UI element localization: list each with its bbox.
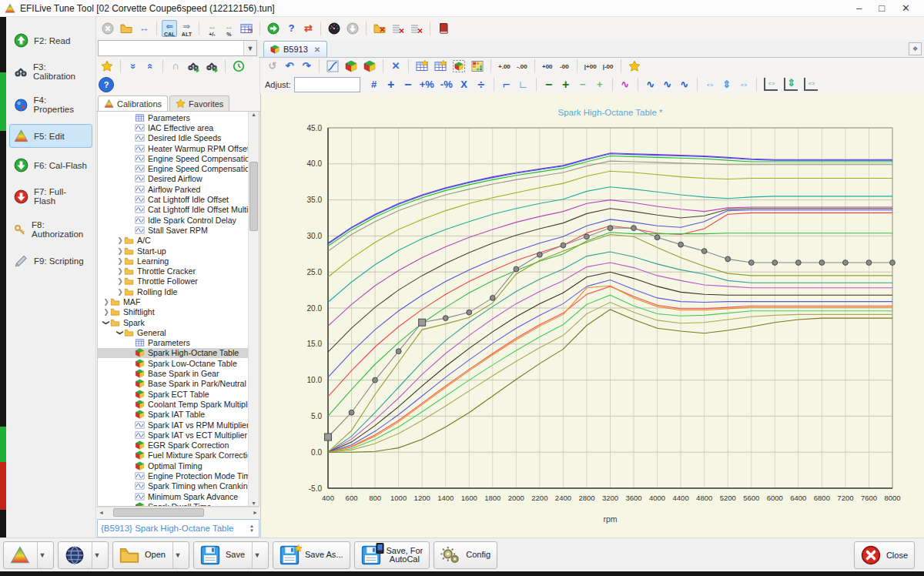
insert-row-button[interactable] [413, 58, 430, 75]
diff-grid-button[interactable]: % [238, 20, 255, 37]
expand-all-button[interactable]: « [142, 58, 158, 75]
compare-3d-button[interactable] [361, 58, 378, 75]
scale-all-button[interactable]: ⇔ [802, 76, 820, 93]
smooth-curve-button[interactable]: ∿ [643, 76, 658, 93]
display-menu-button[interactable]: ▼ [58, 541, 109, 569]
scroll-down-icon[interactable]: ▼ [251, 501, 256, 506]
view-3d-button[interactable] [343, 58, 360, 75]
scrollbar-thumb[interactable] [113, 508, 204, 517]
tree-tab-favorites[interactable]: Favorites [169, 95, 229, 111]
tree-item[interactable]: ❯Learning [98, 256, 248, 266]
sidebar-item-f5[interactable]: F5: Edit [9, 124, 92, 148]
insert-col-button[interactable] [432, 58, 449, 75]
adjust-add-pct-button[interactable]: +% [417, 76, 437, 93]
sidebar-item-f4[interactable]: F4: Properties [9, 91, 92, 119]
graph-view-button[interactable] [324, 58, 341, 75]
help-button[interactable]: ? [99, 77, 114, 92]
tab-list-button[interactable]: ❖ [909, 42, 922, 55]
chevron-expanded-icon[interactable]: ❯ [116, 329, 124, 337]
tree-item[interactable]: Idle Spark Control Delay [98, 215, 248, 225]
window-close-button[interactable]: ✕ [902, 2, 910, 14]
find-prev-button[interactable] [203, 58, 220, 75]
smooth-row-button[interactable]: ∿ [660, 76, 675, 93]
coarse-dec-button[interactable]: − [541, 76, 557, 93]
close-folder-button[interactable] [371, 20, 388, 37]
navigate-button[interactable] [265, 20, 282, 37]
adjust-div-button[interactable]: ÷ [474, 76, 489, 93]
tree-item[interactable]: ❯Spark [98, 317, 248, 327]
decimals-sub-button[interactable]: -.00 [514, 58, 530, 75]
tree-item[interactable]: Minimum Spark Advance [98, 491, 248, 501]
scale-y-button[interactable]: ⇕ [782, 76, 800, 93]
tree-item[interactable]: Coolant Temp Spark Multipli [98, 399, 248, 409]
tree-item[interactable]: ❯Throttle Follower [98, 276, 248, 286]
chevron-collapsed-icon[interactable]: ❯ [116, 267, 124, 275]
clamp-max-button[interactable]: ⌐ [499, 76, 514, 93]
axis-decimals-sub-button[interactable]: |-00 [601, 58, 616, 75]
decimals-add-button[interactable]: +.00 [496, 58, 513, 75]
tree-item[interactable]: Spark High-Octane Table [98, 348, 248, 358]
smooth-col-button[interactable]: ∿ [677, 76, 692, 93]
fine-dec-button[interactable]: − [575, 76, 591, 93]
tree-item[interactable]: Engine Protection Mode Tim [98, 471, 248, 481]
adjust-sub-pct-button[interactable]: -% [438, 76, 455, 93]
diff-absolute-button[interactable]: ↔+/- [204, 20, 219, 37]
history-button[interactable] [230, 58, 247, 75]
tree-item[interactable]: Spark IAT Table [98, 410, 248, 420]
clamp-min-button[interactable]: ∟ [516, 76, 531, 93]
heatmap-button[interactable] [469, 58, 486, 75]
close-button[interactable]: Close [854, 541, 915, 569]
blend-all-button[interactable]: ⇔ [736, 76, 752, 93]
window-minimize-button[interactable]: – [856, 2, 862, 14]
sidebar-item-f9[interactable]: F9: Scripting [9, 249, 92, 273]
close-alt-button[interactable] [408, 20, 425, 37]
undo-button[interactable]: ↶ [282, 58, 297, 75]
vertical-scrollbar[interactable]: ▲ ▼ [248, 112, 259, 506]
user-manual-button[interactable] [435, 20, 452, 37]
chevron-collapsed-icon[interactable]: ❯ [116, 236, 124, 244]
diff-percent-button[interactable]: ↔% [221, 20, 236, 37]
blend-y-button[interactable]: ⇕ [719, 76, 735, 93]
favorites-add-button[interactable] [99, 58, 116, 75]
context-help-button[interactable]: ? [283, 20, 299, 37]
sidebar-item-f2[interactable]: F2: Read [9, 28, 92, 52]
chevron-down-icon[interactable]: ▼ [37, 542, 47, 568]
scroll-left-icon[interactable]: ◄ [99, 510, 104, 515]
chevron-collapsed-icon[interactable]: ❯ [116, 277, 124, 285]
horizontal-scrollbar[interactable]: ◄ ► [97, 507, 259, 517]
chevron-collapsed-icon[interactable]: ❯ [116, 247, 124, 255]
tree-item[interactable]: ❯General [98, 327, 248, 337]
tree-item[interactable]: Cat Lightoff Idle Offset Multi [98, 205, 248, 215]
adjust-set-button[interactable]: # [367, 76, 382, 93]
show-alt-button[interactable]: ⇒ALT [179, 20, 194, 37]
scale-x-button[interactable]: ⇔ [762, 76, 780, 93]
tree-item[interactable]: Cat Lightoff Idle Offset [98, 194, 248, 204]
tree-item[interactable]: Spark IAT vs RPM Multiplier [98, 420, 248, 430]
chevron-down-icon[interactable]: ▼ [252, 542, 262, 568]
offset-sub-button[interactable]: -00 [557, 58, 572, 75]
window-maximize-button[interactable]: □ [879, 2, 885, 14]
tree-item[interactable]: Spark Dwell Time [98, 501, 248, 506]
tree-item[interactable]: EGR Spark Correction [98, 440, 248, 450]
undo-all-button[interactable]: ↺ [265, 58, 280, 75]
select-region-button[interactable] [450, 58, 467, 75]
chevron-expanded-icon[interactable]: ❯ [102, 319, 110, 327]
tree-item[interactable]: Base Spark in Gear [98, 368, 248, 378]
tree-item[interactable]: Engine Speed Compensation [98, 163, 248, 173]
scroll-right-icon[interactable]: ► [253, 510, 258, 515]
selected-table-combobox[interactable]: {B5913} Spark High-Octane Table ▲▼ [97, 519, 259, 537]
adjust-sub-button[interactable]: − [400, 76, 416, 93]
scroll-up-icon[interactable]: ▲ [251, 112, 256, 117]
coarse-inc-button[interactable]: + [558, 76, 574, 93]
tree-item[interactable]: Spark IAT vs ECT Multiplier [98, 430, 248, 440]
sidebar-item-f7[interactable]: F7: Full-Flash [9, 183, 92, 210]
tree-item[interactable]: Spark Timing when Crankin [98, 481, 248, 491]
tree-item[interactable]: Engine Speed Compensation [98, 153, 248, 163]
tab-b5913[interactable]: B5913 ✕ [263, 41, 327, 57]
adjust-input[interactable] [294, 77, 360, 92]
tree-tab-calibrations[interactable]: Calibrations [98, 95, 168, 111]
tree-item[interactable]: IAC Effective area [98, 122, 248, 132]
close-cal-button[interactable] [390, 20, 407, 37]
search-combobox[interactable]: ▼ [98, 40, 257, 56]
adjust-add-button[interactable]: + [383, 76, 399, 93]
